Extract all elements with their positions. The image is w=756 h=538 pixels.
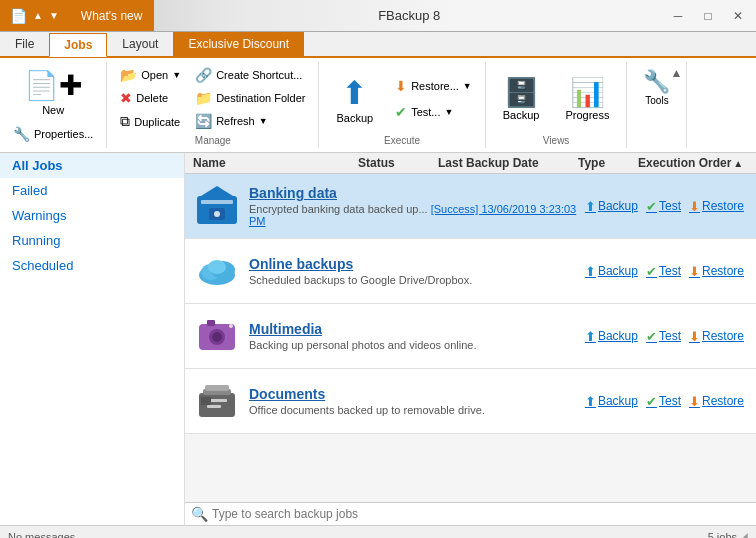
open-arrow[interactable]: ▼	[172, 70, 181, 80]
tab-file[interactable]: File	[0, 32, 49, 56]
tab-layout[interactable]: Layout	[107, 32, 173, 56]
test-arrow[interactable]: ▼	[444, 107, 453, 117]
properties-button[interactable]: 🔧 Properties...	[8, 123, 98, 145]
refresh-button[interactable]: 🔄 Refresh ▼	[190, 110, 310, 132]
new-button[interactable]: 📄✚ New	[17, 64, 89, 121]
open-button[interactable]: 📂 Open ▼	[115, 64, 186, 86]
delete-button[interactable]: ✖ Delete	[115, 87, 186, 109]
documents-info: Documents Office documents backed up to …	[249, 386, 577, 416]
new-label: New	[42, 104, 64, 116]
tab-jobs[interactable]: Jobs	[49, 33, 107, 57]
banking-title[interactable]: Banking data	[249, 185, 577, 201]
new-group-content: 📄✚ New 🔧 Properties...	[8, 64, 98, 146]
properties-label: Properties...	[34, 128, 93, 140]
banking-actions: ⬆ Backup ✔ Test ⬇ Restore	[585, 199, 748, 214]
online-actions: ⬆ Backup ✔ Test ⬇ Restore	[585, 264, 748, 279]
destination-folder-button[interactable]: 📁 Destination Folder	[190, 87, 310, 109]
duplicate-button[interactable]: ⧉ Duplicate	[115, 110, 186, 133]
job-item-documents[interactable]: Documents Office documents backed up to …	[185, 369, 756, 434]
multimedia-restore-icon: ⬇	[689, 329, 700, 344]
col-type-header: Type	[578, 156, 638, 170]
test-btn-label: Test	[659, 199, 681, 213]
tab-exclusive-discount[interactable]: Exclusive Discount	[173, 32, 304, 56]
create-shortcut-label: Create Shortcut...	[216, 69, 302, 81]
delete-label: Delete	[136, 92, 168, 104]
job-item-online[interactable]: Online backups Scheduled backups to Goog…	[185, 239, 756, 304]
svg-point-11	[212, 332, 222, 342]
views-group-label: Views	[494, 133, 619, 146]
search-input[interactable]	[212, 507, 750, 521]
restore-button[interactable]: ⬇ Restore... ▼	[390, 75, 477, 97]
quick-access-up[interactable]: ▲	[33, 10, 43, 21]
banking-backup-btn[interactable]: ⬆ Backup	[585, 199, 638, 214]
multimedia-icon	[193, 312, 241, 360]
ribbon-group-views: 🗄️ Backup 📊 Progress Views	[486, 62, 628, 148]
online-backup-btn[interactable]: ⬆ Backup	[585, 264, 638, 279]
sidebar-item-scheduled[interactable]: Scheduled	[0, 253, 184, 278]
online-restore-icon: ⬇	[689, 264, 700, 279]
quick-access-dropdown[interactable]: ▼	[49, 10, 59, 21]
views-progress-button[interactable]: 📊 Progress	[556, 71, 618, 126]
svg-marker-2	[201, 186, 233, 196]
documents-title[interactable]: Documents	[249, 386, 577, 402]
title-bar: 📄 ▲ ▼ What's new FBackup 8 ─ □ ✕	[0, 0, 756, 32]
col-exec-header: Execution Order ▲	[638, 156, 748, 170]
svg-point-8	[208, 260, 226, 274]
maximize-button[interactable]: □	[694, 5, 722, 27]
online-backup-icon: ⬆	[585, 264, 596, 279]
col-name-header: Name	[193, 156, 358, 170]
job-item-banking[interactable]: Banking data Encrypted banking data back…	[185, 174, 756, 239]
multimedia-test-btn[interactable]: ✔ Test	[646, 329, 681, 344]
views-backup-button[interactable]: 🗄️ Backup	[494, 71, 549, 126]
ribbon-collapse-button[interactable]: ▲	[671, 66, 683, 80]
execute-backup-button[interactable]: ⬆ Backup	[327, 69, 382, 129]
backup-up-icon: ⬆	[585, 199, 596, 214]
banking-icon	[193, 182, 241, 230]
banking-test-btn[interactable]: ✔ Test	[646, 199, 681, 214]
sidebar-item-all-jobs[interactable]: All Jobs	[0, 153, 184, 178]
main-layout: All Jobs Failed Warnings Running Schedul…	[0, 153, 756, 525]
documents-backup-icon: ⬆	[585, 394, 596, 409]
execute-backup-icon: ⬆	[341, 74, 368, 112]
whats-new-tab[interactable]: What's new	[69, 0, 155, 31]
sidebar-item-failed[interactable]: Failed	[0, 178, 184, 203]
test-button[interactable]: ✔ Test... ▼	[390, 101, 477, 123]
open-icon: 📂	[120, 67, 137, 83]
documents-test-btn[interactable]: ✔ Test	[646, 394, 681, 409]
whats-new-label: What's new	[81, 9, 143, 23]
ribbon-tabs: File Jobs Layout Exclusive Discount	[0, 32, 756, 58]
multimedia-restore-btn[interactable]: ⬇ Restore	[689, 329, 744, 344]
sidebar-item-warnings[interactable]: Warnings	[0, 203, 184, 228]
online-restore-btn[interactable]: ⬇ Restore	[689, 264, 744, 279]
online-row: Online backups Scheduled backups to Goog…	[193, 247, 748, 295]
resize-handle[interactable]: ◢	[737, 529, 748, 539]
documents-backup-btn[interactable]: ⬆ Backup	[585, 394, 638, 409]
views-group-content: 🗄️ Backup 📊 Progress	[494, 64, 619, 133]
banking-info: Banking data Encrypted banking data back…	[249, 185, 577, 227]
multimedia-title[interactable]: Multimedia	[249, 321, 577, 337]
documents-restore-btn[interactable]: ⬇ Restore	[689, 394, 744, 409]
sort-icon: ▲	[733, 158, 743, 169]
multimedia-backup-btn[interactable]: ⬆ Backup	[585, 329, 638, 344]
refresh-arrow[interactable]: ▼	[259, 116, 268, 126]
test-icon: ✔	[395, 104, 407, 120]
svg-rect-1	[201, 200, 233, 204]
close-button[interactable]: ✕	[724, 5, 752, 27]
manage-group-content: 📂 Open ▼ ✖ Delete ⧉ Duplicate 🔗 Create S…	[115, 64, 310, 133]
manage-col-left: 📂 Open ▼ ✖ Delete ⧉ Duplicate	[115, 64, 186, 133]
restore-arrow[interactable]: ▼	[463, 81, 472, 91]
delete-icon: ✖	[120, 90, 132, 106]
backup-btn-label: Backup	[598, 199, 638, 213]
sidebar-item-running[interactable]: Running	[0, 228, 184, 253]
job-item-multimedia[interactable]: Multimedia Backing up personal photos an…	[185, 304, 756, 369]
create-shortcut-button[interactable]: 🔗 Create Shortcut...	[190, 64, 310, 86]
minimize-button[interactable]: ─	[664, 5, 692, 27]
ribbon-group-new: 📄✚ New 🔧 Properties...	[0, 62, 107, 148]
banking-restore-btn[interactable]: ⬇ Restore	[689, 199, 744, 214]
ribbon-group-execute: ⬆ Backup ⬇ Restore... ▼ ✔ Test... ▼ Exec…	[319, 62, 485, 148]
online-test-btn[interactable]: ✔ Test	[646, 264, 681, 279]
svg-point-4	[214, 211, 220, 217]
execute-group-content: ⬆ Backup ⬇ Restore... ▼ ✔ Test... ▼	[327, 64, 476, 133]
ribbon-group-manage: 📂 Open ▼ ✖ Delete ⧉ Duplicate 🔗 Create S…	[107, 62, 319, 148]
online-title[interactable]: Online backups	[249, 256, 577, 272]
